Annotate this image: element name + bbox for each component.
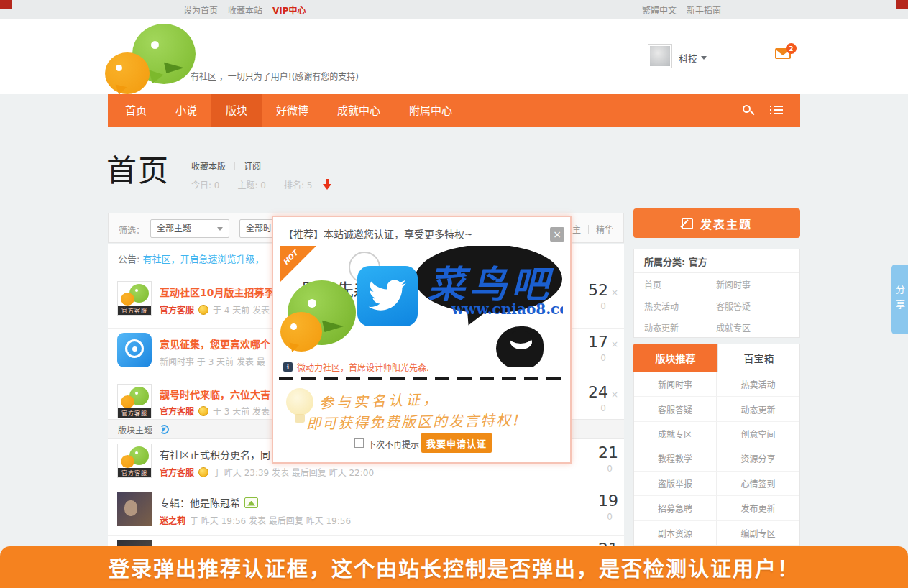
- thread-counts: 17× 0: [564, 333, 618, 363]
- recommend-link[interactable]: 发布更新: [717, 496, 799, 520]
- category-row: 动态更新 成就专区: [634, 316, 799, 338]
- dont-show-again-checkbox[interactable]: [354, 438, 364, 448]
- ignore-icon[interactable]: ×: [611, 288, 618, 298]
- watermark-app-icon: [357, 266, 418, 326]
- apply-certification-button[interactable]: 我要申请认证: [421, 433, 492, 453]
- category-link[interactable]: 首页: [634, 278, 716, 290]
- new-topic-label: 发表主题: [700, 215, 752, 232]
- nav-item-weibo[interactable]: 好微博: [262, 94, 323, 127]
- bubble-eye: [308, 299, 316, 308]
- thread-row[interactable]: 专辑：他是陈冠希 迷之莉 于 昨天 19:56 发表 最后回复 昨天 19:56…: [108, 487, 624, 536]
- view-count: 0: [564, 301, 618, 311]
- thread-counts: 21: [564, 540, 618, 546]
- set-home-link[interactable]: 设为首页: [183, 4, 218, 16]
- thread-author[interactable]: 迷之莉: [160, 514, 185, 526]
- notice-label: 公告:: [118, 254, 139, 265]
- divider: [229, 180, 229, 189]
- recommend-link[interactable]: 资源分享: [717, 446, 799, 471]
- nav-item-novel[interactable]: 小说: [161, 94, 211, 127]
- vip-center-link[interactable]: VIP中心: [272, 4, 306, 16]
- category-link[interactable]: 热卖活动: [634, 300, 716, 312]
- category-link[interactable]: 成就专区: [716, 321, 751, 334]
- recommend-link[interactable]: 盗版举报: [634, 472, 717, 496]
- thread-author[interactable]: 官方客服: [160, 303, 194, 316]
- edit-icon: [682, 218, 693, 229]
- thread-title[interactable]: 专辑：他是陈冠希: [160, 495, 240, 510]
- message-count-badge: 2: [786, 43, 797, 54]
- nav-item-achievement[interactable]: 成就中心: [323, 94, 395, 127]
- view-count: 0: [564, 353, 618, 363]
- notice-link[interactable]: 有社区，开启急速浏览升级，: [143, 254, 265, 265]
- tab-board-recommend[interactable]: 版块推荐: [633, 344, 717, 372]
- chevron-down-icon: [217, 227, 223, 234]
- recommend-link[interactable]: 创意空间: [717, 422, 799, 446]
- thread-title[interactable]: 意见征集，您更喜欢哪个: [160, 336, 270, 351]
- board-stats: 今日: 0 主题: 0 排名: 5: [191, 178, 331, 190]
- filter-fragment[interactable]: 主: [572, 223, 581, 235]
- divider: [234, 162, 235, 170]
- newbie-guide-link[interactable]: 新手指南: [687, 4, 721, 16]
- recommend-link[interactable]: 客服答疑: [634, 397, 717, 421]
- category-link[interactable]: 客服答疑: [716, 300, 751, 312]
- modal-caption: i 微动力社区，首席设计师阳光先森.: [283, 361, 429, 373]
- recommend-link[interactable]: 剧本资源: [634, 521, 717, 546]
- recommend-link[interactable]: 动态更新: [717, 397, 799, 421]
- avatar[interactable]: [117, 333, 152, 367]
- user-menu[interactable]: 科技: [679, 51, 707, 65]
- avatar[interactable]: [117, 492, 152, 526]
- logo-orange-bubble: [105, 52, 150, 94]
- category-link[interactable]: 新闻时事: [716, 278, 751, 290]
- medal-icon: [198, 467, 208, 477]
- recommend-panel: 新闻时事 热卖活动 客服答疑 动态更新 成就专区 创意空间 教程教学 资源分享 …: [633, 372, 800, 546]
- recommend-link[interactable]: 热卖活动: [717, 372, 799, 397]
- site-logo[interactable]: [105, 24, 200, 96]
- thread-title[interactable]: 互动社区10月版主招募季: [160, 285, 274, 299]
- certification-modal: 【推荐】本站诚邀您认证，享受更多特权~ × HOT 阳光先森 菜鸟吧 www.c…: [272, 216, 572, 464]
- thread-author[interactable]: 官方客服: [160, 405, 194, 417]
- recommend-link[interactable]: 成就专区: [634, 422, 717, 446]
- recommend-link[interactable]: 新闻时事: [634, 372, 717, 397]
- thread-meta: 于 3 天前 发表: [213, 405, 270, 417]
- ignore-icon[interactable]: ×: [611, 390, 618, 400]
- filter-topic-select[interactable]: 全部主题: [150, 219, 229, 238]
- close-icon[interactable]: ×: [550, 227, 564, 242]
- thread-title[interactable]: 靓号时代来临，六位大吉: [160, 387, 270, 401]
- favorite-site-link[interactable]: 收藏本站: [228, 4, 262, 16]
- nav-item-forum[interactable]: 版块: [211, 94, 262, 127]
- rank-down-arrow-icon: [323, 179, 331, 190]
- avatar-graphic: [132, 346, 137, 352]
- traditional-chinese-link[interactable]: 繁體中文: [642, 4, 677, 16]
- avatar[interactable]: [117, 540, 152, 546]
- user-avatar[interactable]: [648, 44, 672, 68]
- recommend-link[interactable]: 心情签到: [717, 472, 799, 496]
- thread-title[interactable]: 有社区正式积分更名，同: [160, 447, 270, 461]
- recommend-link[interactable]: 招募急聘: [634, 496, 717, 520]
- screen-corner-artifact: [0, 0, 12, 9]
- slogan-line-2: 即可获得免费版区的发言特权!: [306, 408, 520, 433]
- nav-item-affiliate[interactable]: 附属中心: [395, 94, 467, 127]
- messages-icon[interactable]: 2: [775, 48, 791, 59]
- ignore-icon[interactable]: ×: [611, 339, 618, 349]
- thread-row[interactable]: 临摹的一波美图 21: [108, 536, 624, 546]
- share-side-tab[interactable]: 分享: [891, 265, 908, 334]
- forum-list-icon[interactable]: [770, 106, 783, 116]
- recommend-link[interactable]: 编剧专区: [717, 521, 799, 546]
- filter-digest-link[interactable]: 精华: [596, 223, 613, 235]
- thread-author[interactable]: 官方客服: [160, 466, 194, 478]
- avatar[interactable]: 官方客服: [117, 444, 152, 478]
- category-link[interactable]: 动态更新: [634, 321, 716, 334]
- favorite-board-link[interactable]: 收藏本版: [191, 160, 226, 172]
- avatar[interactable]: 官方客服: [117, 384, 152, 418]
- new-topic-button[interactable]: 发表主题: [633, 208, 800, 238]
- search-icon[interactable]: [743, 105, 754, 116]
- avatar[interactable]: 官方客服: [117, 281, 152, 316]
- recommend-link[interactable]: 教程教学: [634, 446, 717, 471]
- nav-item-home[interactable]: 首页: [111, 94, 161, 127]
- thread-counts: 21 0: [564, 444, 618, 474]
- refresh-icon[interactable]: [160, 425, 169, 434]
- tab-treasure-box[interactable]: 百宝箱: [717, 344, 800, 372]
- logo-eye: [116, 65, 122, 71]
- banner-text: 登录弹出推荐认证框，这个由站长控制是否弹出，是否检测认证用户！: [109, 552, 799, 582]
- dont-show-again-label: 下次不再提示: [367, 438, 419, 450]
- subscribe-link[interactable]: 订阅: [244, 160, 261, 172]
